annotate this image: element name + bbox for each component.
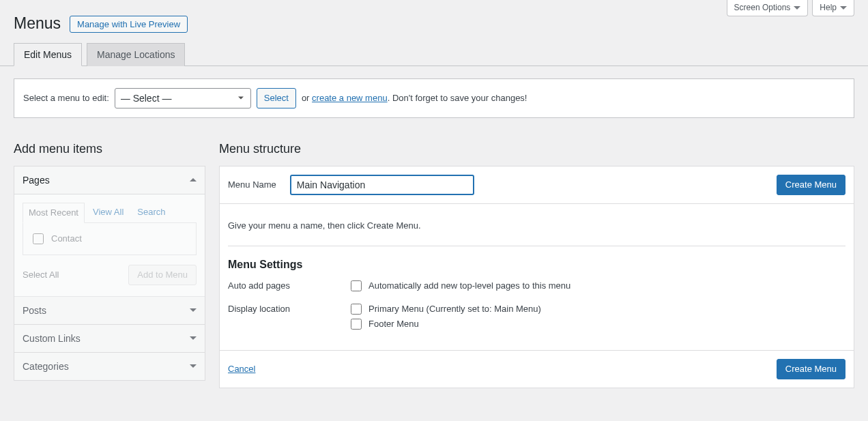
auto-add-pages-text: Automatically add new top-level pages to…: [368, 280, 570, 291]
pages-list: Contact: [23, 222, 197, 255]
location-primary-note: (Currently set to: Main Menu): [426, 304, 541, 314]
location-primary-checkbox[interactable]: [351, 304, 362, 315]
selector-suffix-text: . Don't forget to save your changes!: [388, 93, 527, 103]
accordion-categories[interactable]: Categories: [14, 353, 205, 380]
select-button[interactable]: Select: [257, 88, 296, 108]
accordion-custom-links-label: Custom Links: [23, 333, 81, 344]
auto-add-pages-option[interactable]: Automatically add new top-level pages to…: [351, 280, 845, 291]
menu-instructions: Give your menu a name, then click Create…: [228, 220, 845, 231]
accordion-pages[interactable]: Pages: [14, 166, 205, 194]
page-title: Menus: [14, 14, 61, 34]
add-to-menu-button: Add to Menu: [128, 265, 197, 285]
location-footer-text: Footer Menu: [368, 319, 419, 329]
location-primary-text: Primary Menu: [368, 304, 424, 314]
menu-name-label: Menu Name: [228, 179, 276, 190]
menu-settings-heading: Menu Settings: [228, 259, 845, 271]
caret-down-icon: [794, 6, 800, 10]
auto-add-label: Auto add pages: [228, 280, 351, 295]
menu-items-accordion: Pages Most Recent View All Search Contac…: [14, 166, 205, 381]
display-location-label: Display location: [228, 304, 351, 334]
nav-tabs: Edit Menus Manage Locations: [0, 34, 868, 66]
menu-selector-bar: Select a menu to edit: — Select — Select…: [14, 78, 854, 118]
caret-down-icon: [190, 336, 197, 340]
accordion-pages-label: Pages: [23, 175, 50, 186]
accordion-posts[interactable]: Posts: [14, 297, 205, 325]
tab-manage-locations[interactable]: Manage Locations: [87, 43, 185, 66]
menu-frame: Menu Name Create Menu Give your menu a n…: [219, 166, 854, 388]
add-menu-items-heading: Add menu items: [14, 142, 205, 156]
pages-inner-tabs: Most Recent View All Search: [23, 203, 197, 222]
screen-options-button[interactable]: Screen Options: [727, 0, 809, 16]
create-menu-button-top[interactable]: Create Menu: [777, 175, 845, 195]
caret-down-icon: [190, 308, 197, 312]
location-footer-option[interactable]: Footer Menu: [351, 319, 845, 330]
menu-select-dropdown[interactable]: — Select —: [115, 88, 251, 108]
screen-options-label: Screen Options: [734, 3, 791, 12]
accordion-categories-label: Categories: [23, 361, 69, 372]
inner-tab-view-all[interactable]: View All: [87, 203, 129, 222]
tab-edit-menus[interactable]: Edit Menus: [14, 43, 82, 66]
caret-down-icon: [840, 6, 847, 10]
menu-structure-heading: Menu structure: [219, 142, 854, 156]
help-label: Help: [820, 3, 837, 12]
caret-down-icon: [190, 364, 197, 368]
menu-selector-label: Select a menu to edit:: [23, 93, 109, 103]
live-preview-button[interactable]: Manage with Live Preview: [70, 16, 188, 33]
auto-add-pages-checkbox[interactable]: [351, 280, 362, 291]
select-all-link[interactable]: Select All: [23, 270, 59, 280]
inner-tab-most-recent[interactable]: Most Recent: [23, 203, 85, 223]
caret-up-icon: [190, 178, 197, 182]
or-text: or: [302, 93, 310, 103]
page-item-contact[interactable]: Contact: [30, 231, 189, 246]
accordion-pages-body: Most Recent View All Search Contact Sele…: [14, 194, 205, 297]
help-button[interactable]: Help: [812, 0, 854, 16]
accordion-posts-label: Posts: [23, 305, 46, 316]
page-item-checkbox[interactable]: [33, 233, 44, 244]
location-footer-checkbox[interactable]: [351, 319, 362, 330]
accordion-custom-links[interactable]: Custom Links: [14, 325, 205, 353]
create-menu-button-bottom[interactable]: Create Menu: [777, 359, 845, 379]
page-item-label: Contact: [51, 233, 82, 244]
inner-tab-search[interactable]: Search: [132, 203, 171, 222]
cancel-link[interactable]: Cancel: [228, 364, 255, 374]
menu-name-input[interactable]: [290, 175, 474, 195]
location-primary-option[interactable]: Primary Menu (Currently set to: Main Men…: [351, 304, 845, 315]
create-new-menu-link[interactable]: create a new menu: [312, 93, 388, 103]
